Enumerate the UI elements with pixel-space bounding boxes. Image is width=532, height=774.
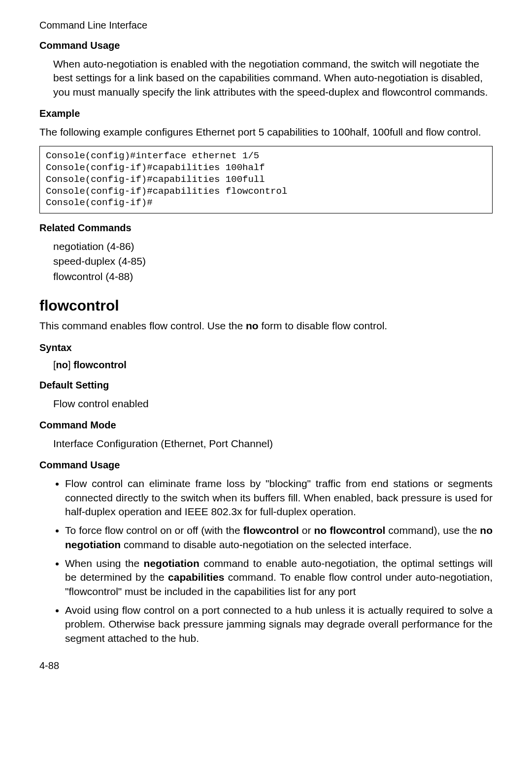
command-mode-value: Interface Configuration (Ethernet, Port …: [53, 437, 493, 451]
text: When using the: [65, 558, 144, 569]
related-command-link: speed-duplex (4-85): [53, 254, 493, 268]
text: command to disable auto-negotiation on t…: [121, 539, 412, 550]
heading-command-usage-2: Command Usage: [39, 459, 493, 471]
keyword-no: no: [246, 320, 259, 331]
code-block: Console(config)#interface ethernet 1/5 C…: [39, 146, 493, 213]
related-command-link: negotiation (4-86): [53, 240, 493, 253]
default-setting-value: Flow control enabled: [53, 397, 493, 411]
page-number: 4-88: [39, 660, 493, 671]
text: or: [299, 525, 314, 536]
paragraph: When auto-negotiation is enabled with th…: [53, 57, 493, 99]
text: command), use the: [385, 525, 480, 536]
bullet-item: To force flow control on or off (with th…: [65, 524, 493, 552]
text: This command enables flow control. Use t…: [39, 320, 246, 331]
text: form to disable flow control.: [259, 320, 387, 331]
related-command-link: flowcontrol (4-88): [53, 270, 493, 283]
keyword: flowcontrol: [243, 525, 299, 536]
heading-command-usage: Command Usage: [39, 40, 493, 51]
heading-related-commands: Related Commands: [39, 222, 493, 234]
command-intro: This command enables flow control. Use t…: [39, 319, 493, 333]
document-page: Command Line Interface Command Usage Whe…: [0, 0, 532, 691]
keyword-flowcontrol: flowcontrol: [73, 359, 127, 370]
keyword-no: no: [56, 359, 68, 370]
syntax-line: [no] flowcontrol: [53, 359, 493, 371]
running-header: Command Line Interface: [39, 20, 493, 31]
command-title: flowcontrol: [39, 297, 493, 314]
paragraph: The following example configures Etherne…: [39, 125, 493, 139]
usage-bullets: Flow control can eliminate frame loss by…: [65, 477, 493, 645]
bullet-item: When using the negotiation command to en…: [65, 557, 493, 598]
heading-example: Example: [39, 108, 493, 119]
bracket-close: ]: [68, 359, 73, 370]
heading-default-setting: Default Setting: [39, 380, 493, 391]
keyword: capabilities: [168, 571, 224, 583]
bullet-item: Flow control can eliminate frame loss by…: [65, 477, 493, 519]
heading-command-mode: Command Mode: [39, 420, 493, 431]
heading-syntax: Syntax: [39, 342, 493, 353]
bullet-item: Avoid using flow control on a port conne…: [65, 603, 493, 645]
keyword: no flowcontrol: [314, 525, 386, 536]
text: To force flow control on or off (with th…: [65, 525, 243, 536]
keyword: negotiation: [144, 558, 200, 569]
